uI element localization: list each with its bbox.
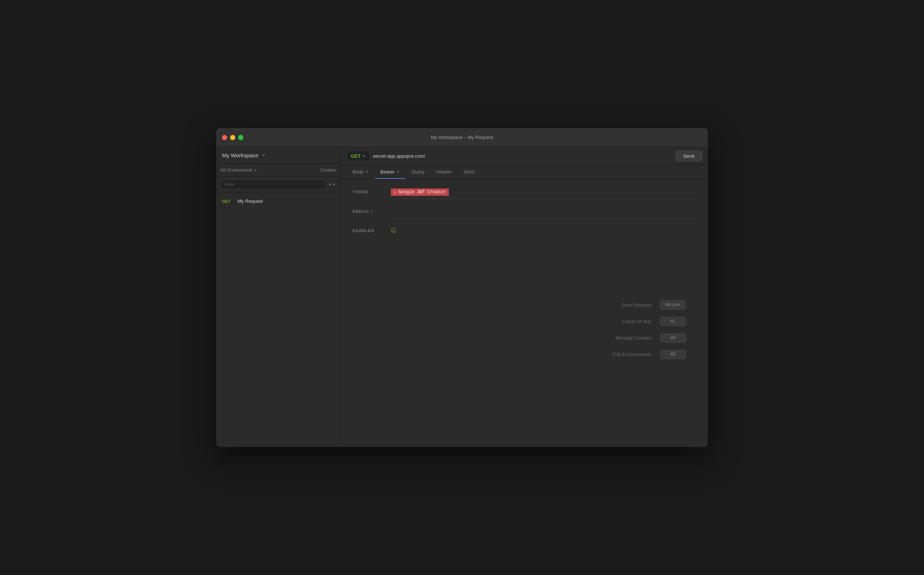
enabled-field-row: ENABLED ☑ (353, 227, 696, 234)
prefix-help-icon: ? (371, 210, 374, 214)
request-name: My Request (237, 199, 263, 204)
url-bar: GET ▼ Send (341, 147, 708, 165)
sidebar-list: GET My Request (216, 192, 341, 447)
minimize-button[interactable] (230, 135, 235, 140)
workspace-chevron-icon: ▼ (262, 153, 266, 157)
shortcut-focus-label: Focus Url Bar (622, 319, 652, 324)
shortcut-manage-cookies: Manage Cookies ⌘K (613, 334, 686, 343)
app-body: My Workspace ▼ No Environment ▼ Cookies … (216, 147, 708, 447)
bearer-chevron-icon: ▼ (396, 170, 400, 174)
list-item[interactable]: GET My Request (216, 195, 341, 207)
cookies-button[interactable]: Cookies (320, 168, 336, 173)
token-label: TOKEN (353, 188, 382, 194)
env-label: No Environment (221, 168, 252, 173)
close-button[interactable] (222, 135, 227, 140)
shortcut-edit-environments: Edit Environments ⌘E (613, 350, 686, 359)
titlebar: My Workspace – My Request (216, 128, 708, 147)
method-value: GET (351, 153, 361, 159)
add-request-button[interactable]: + ▼ (328, 181, 336, 188)
workspace-selector[interactable]: My Workspace ▼ (222, 152, 266, 159)
shortcut-send-request: Send Request ⌘Enter (613, 300, 686, 310)
sidebar-controls: No Environment ▼ Cookies (216, 164, 341, 177)
enabled-checkbox[interactable]: ☑ (391, 227, 696, 234)
url-input[interactable] (373, 153, 672, 159)
tab-body[interactable]: Body ▼ (347, 165, 375, 179)
send-button[interactable]: Send (675, 151, 702, 161)
tab-docs-label: Docs (464, 169, 475, 175)
shortcut-env-label: Edit Environments (613, 352, 652, 357)
tab-body-label: Body (353, 169, 364, 175)
shortcut-env-key: ⌘E (660, 350, 686, 359)
method-chevron-icon: ▼ (362, 154, 366, 158)
filter-row: + ▼ (216, 177, 341, 192)
prefix-field-row: PREFIX ? (353, 208, 696, 218)
maximize-button[interactable] (238, 135, 243, 140)
shortcut-overlay: Send Request ⌘Enter Focus Url Bar ⌘L Man… (613, 300, 686, 359)
body-chevron-icon: ▼ (365, 170, 369, 174)
auth-content: TOKEN ⚠ Google JWT Creator PREFIX ? (341, 179, 708, 252)
shortcut-focus-url: Focus Url Bar ⌘L (613, 317, 686, 326)
checkbox-icon: ☑ (391, 227, 396, 233)
prefix-label: PREFIX ? (353, 208, 382, 214)
token-value-area: ⚠ Google JWT Creator (391, 188, 696, 199)
shortcut-send-key: ⌘Enter (660, 300, 686, 310)
sidebar-header: My Workspace ▼ (216, 147, 341, 164)
filter-input[interactable] (221, 179, 326, 189)
enabled-label: ENABLED (353, 227, 382, 233)
tab-query[interactable]: Query (406, 165, 430, 179)
tab-query-label: Query (411, 169, 424, 175)
tab-bar: Body ▼ Bearer ▼ Query Header Docs (341, 165, 708, 179)
tab-docs[interactable]: Docs (458, 165, 481, 179)
environment-selector[interactable]: No Environment ▼ (221, 168, 257, 173)
shortcut-send-label: Send Request (621, 302, 652, 308)
tab-bearer[interactable]: Bearer ▼ (375, 165, 406, 179)
tab-header[interactable]: Header (430, 165, 458, 179)
token-badge[interactable]: ⚠ Google JWT Creator (391, 189, 449, 196)
shortcut-cookies-key: ⌘K (660, 334, 686, 343)
main-panel: GET ▼ Send Body ▼ Bearer ▼ Query (341, 147, 708, 447)
sidebar: My Workspace ▼ No Environment ▼ Cookies … (216, 147, 341, 447)
window-title: My Workspace – My Request (431, 135, 493, 140)
traffic-lights (222, 135, 243, 140)
prefix-value-area[interactable] (391, 208, 696, 218)
token-text: Google JWT Creator (398, 190, 446, 195)
method-label: GET (222, 199, 234, 203)
warning-icon: ⚠ (394, 190, 396, 194)
workspace-name: My Workspace (222, 152, 258, 159)
add-chevron-icon: ▼ (333, 183, 336, 187)
shortcut-focus-key: ⌘L (660, 317, 686, 326)
env-chevron-icon: ▼ (253, 168, 257, 172)
app-window: My Workspace – My Request My Workspace ▼… (216, 128, 708, 447)
tab-header-label: Header (437, 169, 452, 175)
token-field-row: TOKEN ⚠ Google JWT Creator (353, 188, 696, 199)
tab-bearer-label: Bearer (381, 169, 395, 175)
method-select[interactable]: GET ▼ (347, 151, 370, 161)
add-icon: + (328, 181, 332, 188)
shortcut-cookies-label: Manage Cookies (615, 335, 652, 341)
